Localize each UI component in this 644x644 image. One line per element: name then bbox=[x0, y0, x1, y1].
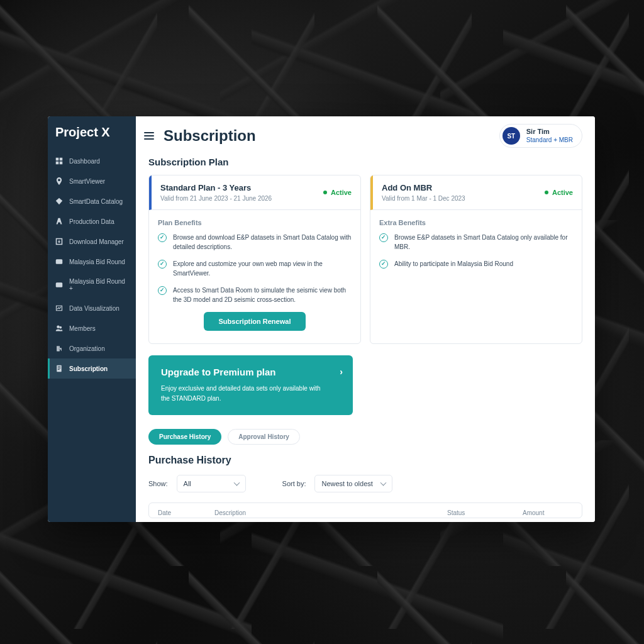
sort-label: Sort by: bbox=[282, 480, 306, 487]
benefit-text: Browse E&P datasets in Smart Data Catalo… bbox=[394, 233, 573, 252]
filter-row: Show: All Sort by: Newest to oldest bbox=[148, 475, 582, 492]
select-value: All bbox=[184, 480, 191, 487]
sidebar-item-data-visualization[interactable]: Data Visualization bbox=[48, 298, 136, 318]
check-icon: ✓ bbox=[158, 286, 167, 295]
avatar: ST bbox=[502, 127, 520, 145]
map-pin-icon bbox=[55, 177, 63, 185]
plan-header: Add On MBR Valid from 1 Mar - 1 Dec 2023… bbox=[370, 175, 582, 210]
sidebar-item-label: Organization bbox=[69, 345, 105, 352]
benefits-heading: Extra Benefits bbox=[379, 219, 573, 226]
svg-rect-0 bbox=[56, 158, 59, 161]
mbr-icon bbox=[55, 258, 63, 265]
show-label: Show: bbox=[148, 480, 168, 487]
user-plan-label: Standard + MBR bbox=[526, 136, 573, 144]
app-window: Project X Dashboard SmartViewer SmartDat… bbox=[48, 116, 595, 522]
user-chip[interactable]: ST Sir Tim Standard + MBR bbox=[499, 124, 582, 148]
user-name: Sir Tim bbox=[526, 128, 573, 136]
plan-grid: Standard Plan - 3 Years Valid from 21 Ju… bbox=[148, 175, 582, 344]
sidebar-item-label: Data Visualization bbox=[69, 305, 119, 312]
benefit-item: ✓ Ability to participate in Malaysia Bid… bbox=[379, 259, 573, 269]
plan-body: Plan Benefits ✓ Browse and download E&P … bbox=[149, 210, 360, 343]
benefit-item: ✓ Browse and download E&P datasets in Sm… bbox=[158, 233, 352, 252]
status-badge: Active bbox=[545, 189, 573, 196]
sidebar-item-mbr[interactable]: Malaysia Bid Round bbox=[48, 252, 136, 272]
sidebar-nav: Dashboard SmartViewer SmartData Catalog … bbox=[48, 151, 136, 379]
sidebar-item-organization[interactable]: Organization bbox=[48, 338, 136, 358]
members-icon bbox=[55, 325, 63, 332]
sidebar-item-production-data[interactable]: Production Data bbox=[48, 211, 136, 231]
svg-rect-3 bbox=[60, 162, 63, 165]
section-title-subscription-plan: Subscription Plan bbox=[148, 157, 582, 167]
sidebar-item-smartdata-catalog[interactable]: SmartData Catalog bbox=[48, 191, 136, 211]
sidebar-item-label: Production Data bbox=[69, 218, 114, 225]
sidebar-item-subscription[interactable]: Subscription bbox=[48, 358, 136, 379]
sidebar-item-label: Subscription bbox=[69, 365, 108, 372]
sidebar: Project X Dashboard SmartViewer SmartDat… bbox=[48, 116, 136, 522]
status-text: Active bbox=[552, 189, 573, 196]
tab-purchase-history[interactable]: Purchase History bbox=[148, 429, 221, 445]
svg-rect-5 bbox=[56, 282, 63, 287]
sidebar-item-label: Malaysia Bid Round bbox=[69, 258, 125, 265]
chevron-right-icon: › bbox=[340, 367, 343, 377]
benefits-heading: Plan Benefits bbox=[158, 219, 352, 226]
diamond-icon bbox=[55, 197, 63, 205]
tab-approval-history[interactable]: Approval History bbox=[228, 429, 300, 445]
check-icon: ✓ bbox=[379, 260, 388, 269]
benefit-text: Access to Smart Data Room to simulate th… bbox=[173, 286, 352, 304]
purchase-history-table: Date Description Status Amount bbox=[148, 502, 582, 518]
sidebar-item-label: Members bbox=[69, 325, 96, 332]
column-header-description: Description bbox=[214, 509, 447, 516]
rig-icon bbox=[55, 218, 63, 225]
receipt-icon bbox=[55, 365, 63, 372]
sidebar-item-label: SmartViewer bbox=[69, 178, 105, 185]
building-icon bbox=[55, 345, 63, 352]
upgrade-premium-card[interactable]: Upgrade to Premium plan Enjoy exclusive … bbox=[148, 355, 353, 415]
sidebar-item-label: Download Manager bbox=[69, 238, 124, 245]
svg-rect-1 bbox=[60, 158, 63, 161]
sidebar-item-smartviewer[interactable]: SmartViewer bbox=[48, 171, 136, 191]
sidebar-item-label: Malaysia Bid Round + bbox=[69, 278, 128, 292]
app-logo: Project X bbox=[48, 116, 136, 151]
status-dot-icon bbox=[545, 191, 548, 194]
main-content: Subscription ST Sir Tim Standard + MBR S… bbox=[136, 116, 595, 522]
column-header-status: Status bbox=[447, 509, 523, 516]
benefit-item: ✓ Access to Smart Data Room to simulate … bbox=[158, 286, 352, 304]
svg-rect-8 bbox=[57, 365, 62, 372]
show-filter-select[interactable]: All bbox=[177, 475, 246, 492]
benefit-item: ✓ Browse E&P datasets in Smart Data Cata… bbox=[379, 233, 573, 252]
user-info: Sir Tim Standard + MBR bbox=[526, 128, 573, 143]
mbr-plus-icon bbox=[55, 281, 63, 289]
svg-rect-2 bbox=[56, 162, 59, 165]
status-badge: Active bbox=[323, 189, 352, 196]
download-icon bbox=[55, 238, 63, 245]
sort-by-select[interactable]: Newest to oldest bbox=[314, 475, 392, 492]
benefit-text: Ability to participate in Malaysia Bid R… bbox=[394, 259, 513, 269]
page-title: Subscription bbox=[164, 127, 256, 145]
status-text: Active bbox=[331, 189, 352, 196]
upgrade-title: Upgrade to Premium plan bbox=[161, 367, 340, 377]
sidebar-item-members[interactable]: Members bbox=[48, 318, 136, 338]
column-header-date: Date bbox=[158, 509, 214, 516]
sidebar-item-dashboard[interactable]: Dashboard bbox=[48, 151, 136, 171]
plan-card-standard: Standard Plan - 3 Years Valid from 21 Ju… bbox=[148, 175, 361, 344]
svg-point-6 bbox=[57, 326, 60, 329]
sidebar-item-mbr-plus[interactable]: Malaysia Bid Round + bbox=[48, 272, 136, 298]
plan-card-addon-mbr: Add On MBR Valid from 1 Mar - 1 Dec 2023… bbox=[370, 175, 582, 344]
section-title-purchase-history: Purchase History bbox=[148, 455, 582, 466]
menu-toggle-button[interactable] bbox=[142, 129, 156, 143]
history-tabs: Purchase History Approval History bbox=[148, 429, 582, 445]
subscription-renewal-button[interactable]: Subscription Renewal bbox=[204, 312, 306, 331]
svg-rect-4 bbox=[56, 259, 63, 264]
svg-point-7 bbox=[59, 326, 62, 329]
check-icon: ✓ bbox=[379, 233, 388, 242]
check-icon: ✓ bbox=[158, 233, 167, 242]
sidebar-item-download-manager[interactable]: Download Manager bbox=[48, 231, 136, 252]
benefit-text: Explore and customize your own web map v… bbox=[173, 259, 352, 278]
status-dot-icon bbox=[323, 191, 327, 194]
plan-body: Extra Benefits ✓ Browse E&P datasets in … bbox=[370, 210, 582, 285]
upgrade-subtitle: Enjoy exclusive and detailed data sets o… bbox=[161, 384, 325, 404]
column-header-amount: Amount bbox=[523, 509, 573, 516]
dashboard-icon bbox=[55, 157, 63, 165]
select-value: Newest to oldest bbox=[321, 480, 372, 487]
sidebar-item-label: SmartData Catalog bbox=[69, 198, 123, 205]
